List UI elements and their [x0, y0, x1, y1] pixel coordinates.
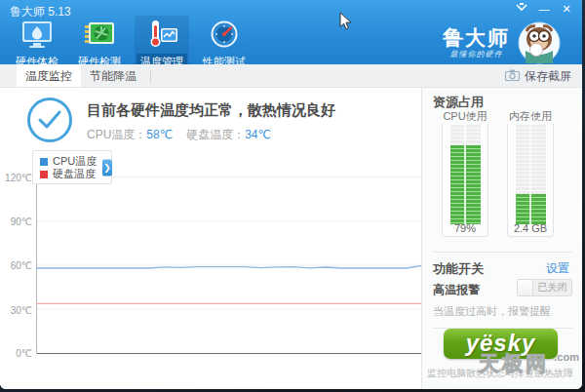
disk-temp-value: 34℃: [245, 128, 271, 141]
toggle-state-label: 已关闭: [533, 280, 571, 295]
mouse-cursor: [339, 12, 352, 34]
legend-label: CPU温度: [53, 155, 97, 168]
line-chart-canvas: [36, 176, 422, 354]
legend-item-disk: 硬盘温度: [40, 168, 105, 180]
high-temp-alarm-toggle[interactable]: 已关闭: [517, 279, 572, 296]
close-button[interactable]: ✕: [559, 2, 574, 16]
memory-usage-bar: [516, 125, 546, 224]
resource-sidebar: 资源占用 CPU使用 79% 内存使用 2.4 GB 功能开关 设置 高温报警: [421, 88, 582, 389]
legend-expand-button[interactable]: ❯: [102, 159, 112, 176]
mascot-monkey-icon: [518, 21, 561, 64]
usage-gauges: CPU使用 79% 内存使用 2.4 GB: [442, 115, 554, 237]
y-tick: 0℃: [0, 348, 32, 359]
toolbar-item-hardware-detect[interactable]: 硬件检测: [72, 16, 127, 71]
title-bar: 鲁大师 5.13 — ✕ 硬件体检: [0, 0, 582, 64]
camera-icon: [505, 69, 520, 84]
toggle-knob: [518, 280, 533, 295]
y-tick: 120℃: [0, 173, 32, 183]
save-screenshot-label: 保存截屏: [525, 68, 571, 85]
sidebar-divider: [432, 252, 572, 253]
status-title: 目前各硬件温度均正常，散热情况良好: [87, 101, 335, 120]
disk-temp-label: 硬盘温度：: [186, 128, 245, 141]
app-window: 鲁大师 5.13 — ✕ 硬件体检: [0, 0, 582, 389]
alarm-description: 当温度过高时，报警提醒: [433, 304, 551, 319]
cpu-usage-gauge: CPU使用 79%: [442, 115, 488, 237]
tianji-site-text: 天极网: [479, 350, 549, 377]
tab-separator: [150, 70, 151, 83]
chart-legend: CPU温度 硬盘温度 ❯: [32, 150, 112, 184]
thermometer-chart-icon: [144, 20, 179, 49]
window-controls: — ✕: [514, 2, 574, 16]
gpu-card-icon: [82, 20, 117, 49]
minimize-button[interactable]: —: [536, 2, 552, 16]
content-area: 目前各硬件温度均正常，散热情况良好 CPU温度：58℃硬盘温度：34℃ CPU温…: [0, 88, 582, 389]
main-toolbar: 硬件体检 硬件检测: [10, 16, 259, 71]
y-tick: 30℃: [0, 305, 32, 316]
yesky-domain-text: .com: [554, 351, 579, 363]
cpu-series-swatch: [40, 158, 48, 166]
status-summary: 目前各硬件温度均正常，散热情况良好 CPU温度：58℃硬盘温度：34℃: [27, 98, 335, 143]
brand-area: 鲁大师 最懂你的硬件: [443, 21, 561, 64]
y-tick: 90℃: [0, 216, 32, 227]
brand-tagline: 最懂你的硬件: [443, 49, 510, 59]
toolbar-item-benchmark[interactable]: 性能测试: [197, 16, 252, 71]
memory-usage-gauge: 内存使用 2.4 GB: [507, 115, 554, 237]
check-circle-icon: [27, 98, 72, 142]
desktop-background: 鲁大师 5.13 — ✕ 硬件体检: [0, 0, 585, 392]
gauge-icon: [207, 20, 242, 49]
tab-bar: 温度监控 节能降温 保存截屏: [0, 64, 582, 88]
settings-link[interactable]: 设置: [546, 260, 569, 277]
cpu-usage-value: 79%: [443, 222, 488, 234]
brand-logo-text: 鲁大师: [443, 27, 510, 49]
cpu-usage-label: CPU使用: [440, 109, 489, 124]
save-screenshot-button[interactable]: 保存截屏: [499, 64, 577, 88]
temperature-chart: [36, 176, 422, 354]
legend-label: 硬盘温度: [53, 168, 96, 180]
cpu-temp-value: 58℃: [146, 128, 173, 141]
y-tick: 60℃: [0, 260, 32, 271]
toolbar-item-temperature[interactable]: 温度管理: [135, 16, 189, 71]
high-temp-alarm-label: 高温报警: [433, 282, 480, 298]
monitor-drop-icon: [20, 20, 55, 49]
tab-temperature-monitor[interactable]: 温度监控: [17, 64, 81, 87]
chart-y-axis: 120℃ 90℃ 60℃ 30℃ 0℃: [0, 176, 32, 354]
skin-menu-icon[interactable]: [514, 2, 529, 16]
cpu-usage-bar: [450, 125, 481, 224]
toolbar-item-hardware-check[interactable]: 硬件体检: [10, 16, 64, 71]
cpu-temp-label: CPU温度：: [87, 128, 146, 141]
temperature-panel: 目前各硬件温度均正常，散热情况良好 CPU温度：58℃硬盘温度：34℃ CPU温…: [0, 88, 421, 389]
tab-energy-cooling[interactable]: 节能降温: [81, 64, 145, 87]
yesky-watermark: yësky .com 天极网: [442, 329, 578, 359]
disk-series-swatch: [40, 171, 48, 178]
legend-item-cpu: CPU温度: [40, 155, 105, 168]
status-temperatures: CPU温度：58℃硬盘温度：34℃: [87, 127, 335, 143]
memory-usage-label: 内存使用: [506, 109, 555, 124]
memory-usage-value: 2.4 GB: [508, 222, 553, 234]
function-switch-title: 功能开关: [433, 260, 484, 278]
